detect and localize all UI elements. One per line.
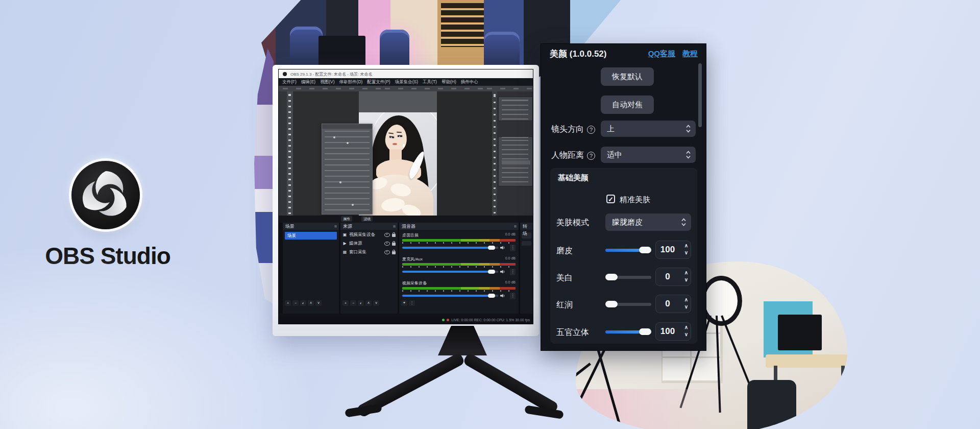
face-3d-slider[interactable]	[605, 328, 651, 335]
volume-slider[interactable]	[402, 247, 498, 249]
volume-slider-handle[interactable]	[488, 294, 495, 298]
scene-filters-button[interactable]: ◐	[300, 300, 306, 306]
lock-icon[interactable]	[392, 234, 396, 237]
autofocus-button[interactable]: 自动对焦	[601, 96, 654, 114]
menu-tools[interactable]: 工具(T)	[423, 79, 437, 85]
lock-icon[interactable]	[392, 243, 396, 246]
mixer-vertical-button[interactable]: ⋮	[409, 300, 415, 306]
filters-button[interactable]: 滤镜	[361, 216, 373, 222]
lock-icon[interactable]	[392, 251, 396, 254]
channel-db: 0.0 dB	[505, 232, 516, 236]
source-properties-button[interactable]: ◐	[358, 300, 364, 306]
slider-thumb[interactable]	[639, 247, 651, 253]
visibility-icon[interactable]	[384, 242, 390, 246]
scene-item-selected[interactable]: 场景	[285, 232, 337, 240]
obs-window-icon	[283, 72, 287, 76]
menu-view[interactable]: 视图(V)	[320, 79, 334, 85]
obs-wordmark: OBS Studio	[29, 242, 187, 270]
mixer-config-button[interactable]: ✦	[401, 300, 407, 306]
menu-scene-collection[interactable]: 场景集合(S)	[395, 79, 418, 85]
volume-slider-handle[interactable]	[488, 246, 495, 250]
add-source-button[interactable]: +	[342, 300, 349, 306]
panel-scrollbar[interactable]	[698, 63, 702, 127]
whitening-value-box[interactable]: 0 ∧∨	[655, 268, 691, 286]
chevron-updown-icon	[681, 218, 687, 227]
properties-button-label: 属性	[343, 217, 350, 222]
remove-scene-button[interactable]: −	[292, 300, 299, 306]
obs-docks: 场景≡ 场景 + − ◐ ∧ ∨ 来源≡ ▣ 视频采集设备 ▶	[279, 223, 533, 314]
rosy-slider[interactable]	[605, 301, 651, 307]
spin-up-icon[interactable]: ∧	[684, 242, 688, 249]
volume-slider[interactable]	[402, 271, 498, 273]
window-source-icon: ▦	[342, 250, 347, 254]
slider-thumb[interactable]	[639, 328, 651, 335]
dialog-slider-knob	[339, 181, 341, 183]
restore-defaults-button[interactable]: 恢复默认	[601, 67, 654, 86]
speaker-icon[interactable]	[500, 270, 505, 274]
speaker-icon[interactable]	[500, 294, 505, 298]
scene-down-button[interactable]: ∨	[315, 300, 322, 306]
source-row[interactable]: ▶ 媒体源	[342, 240, 396, 247]
audio-level-meter	[402, 263, 516, 266]
channel-menu-button[interactable]: ⋮	[510, 269, 516, 275]
source-up-button[interactable]: ∧	[365, 300, 372, 306]
help-icon[interactable]: ?	[587, 126, 595, 134]
visibility-icon[interactable]	[384, 250, 390, 254]
menu-help[interactable]: 帮助(H)	[442, 79, 456, 85]
person-distance-select[interactable]: 适中	[601, 147, 696, 163]
smoothing-value-box[interactable]: 100 ∧∨	[655, 241, 691, 259]
gaming-chair	[380, 30, 409, 69]
smoothing-slider[interactable]	[605, 247, 651, 253]
spin-down-icon[interactable]: ∨	[684, 276, 688, 283]
camera-direction-select[interactable]: 上	[601, 121, 696, 137]
tutorial-link[interactable]: 教程	[682, 49, 698, 59]
remove-source-button[interactable]: −	[350, 300, 356, 306]
mixer-dock-header: 混音器≡	[399, 223, 519, 230]
sources-dock: 来源≡ ▣ 视频采集设备 ▶ 媒体源 ▦ 窗口采集 +	[340, 223, 398, 314]
visibility-icon[interactable]	[384, 233, 390, 237]
menu-plugin-center[interactable]: 插件中心	[461, 79, 478, 85]
ps-toolbar	[287, 91, 293, 216]
add-scene-button[interactable]: +	[285, 300, 291, 306]
speaker-icon[interactable]	[500, 246, 505, 250]
menu-file[interactable]: 文件(F)	[282, 79, 297, 85]
properties-button[interactable]: 属性	[341, 216, 352, 222]
scene-up-button[interactable]: ∧	[308, 300, 314, 306]
spin-up-icon[interactable]: ∧	[684, 296, 688, 303]
slider-thumb[interactable]	[605, 301, 618, 307]
dock-menu-icon[interactable]: ≡	[334, 223, 337, 230]
menu-edit[interactable]: 编辑(E)	[301, 79, 315, 85]
whitening-slider[interactable]	[605, 274, 651, 280]
spin-down-icon[interactable]: ∨	[684, 303, 688, 311]
meter-ticks	[402, 242, 516, 244]
face-3d-value-box[interactable]: 100 ∧∨	[655, 322, 691, 341]
spin-up-icon[interactable]: ∧	[684, 324, 688, 331]
dock-menu-icon[interactable]: ≡	[393, 223, 396, 230]
menu-docks[interactable]: 停靠部件(D)	[339, 79, 363, 85]
source-row[interactable]: ▦ 窗口采集	[342, 248, 396, 256]
spin-up-icon[interactable]: ∧	[684, 269, 688, 276]
slider-thumb[interactable]	[605, 274, 618, 280]
channel-menu-button[interactable]: ⋮	[510, 293, 516, 299]
channel-menu-button[interactable]: ⋮	[510, 245, 516, 251]
spin-down-icon[interactable]: ∨	[684, 249, 688, 256]
portrait-brow	[397, 132, 402, 133]
spin-down-icon[interactable]: ∨	[684, 331, 688, 338]
volume-slider[interactable]	[402, 295, 498, 297]
menu-profile[interactable]: 配置文件(P)	[367, 79, 390, 85]
dock-menu-icon[interactable]: ≡	[514, 223, 517, 230]
sources-toolbar: + − ◐ ∧ ∨	[340, 299, 379, 306]
sources-dock-header: 来源≡	[340, 223, 398, 230]
volume-slider-handle[interactable]	[488, 270, 495, 274]
help-icon[interactable]: ?	[587, 152, 595, 160]
skin-mode-select[interactable]: 朦胧磨皮	[605, 213, 691, 231]
channel-db: 0.0 dB	[505, 280, 516, 284]
source-down-button[interactable]: ∨	[373, 300, 379, 306]
channel-name: 麦克风/Aux	[402, 256, 516, 262]
gaming-chair	[290, 27, 323, 66]
rosy-value-box[interactable]: 0 ∧∨	[655, 295, 691, 313]
precise-skin-checkbox[interactable]: ✓	[606, 195, 615, 203]
transition-duration[interactable]	[522, 241, 531, 246]
qq-support-link[interactable]: QQ客服	[648, 49, 675, 59]
source-row[interactable]: ▣ 视频采集设备	[342, 231, 396, 239]
